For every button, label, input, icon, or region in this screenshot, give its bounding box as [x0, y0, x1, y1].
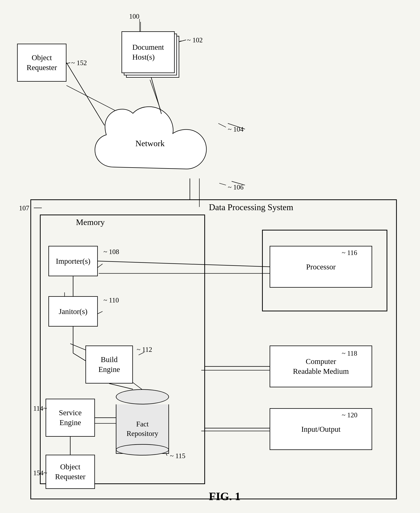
janitors-box: Janitor(s)	[48, 296, 98, 327]
network-cloud: Network	[91, 106, 224, 183]
processor-section-box	[262, 230, 387, 311]
ref-115: ~ 115	[170, 452, 185, 460]
ref-152: ~ 152	[71, 59, 87, 67]
object-requester-top-label: ObjectRequester	[27, 53, 57, 73]
ref-154: 154~	[33, 469, 47, 477]
build-engine-box: BuildEngine	[85, 346, 133, 384]
fact-repository-label: FactRepository	[127, 419, 158, 438]
figure-label: FIG. 1	[209, 490, 240, 503]
svg-line-41	[219, 183, 226, 185]
ref-114: 114~	[33, 404, 47, 412]
service-engine-label: ServiceEngine	[59, 408, 82, 428]
ref-118: ~ 118	[342, 349, 357, 357]
input-output-label: Input/Output	[301, 425, 341, 434]
ref-104: ~ 104	[228, 125, 243, 133]
ref-106: ~ 106	[228, 183, 243, 191]
importers-label: Importer(s)	[56, 257, 90, 266]
importers-box: Importer(s)	[48, 246, 98, 276]
object-requester-bottom-label: ObjectRequester	[55, 462, 85, 482]
data-processing-system-label: Data Processing System	[209, 202, 293, 212]
ref-120: ~ 120	[342, 411, 357, 419]
document-host-label: DocumentHost(s)	[132, 42, 164, 62]
svg-text:Network: Network	[135, 139, 165, 148]
diagram: 100 DocumentHost(s) ~ 102 ObjectRequeste…	[0, 0, 420, 513]
ref-107: 107	[19, 204, 29, 212]
memory-label: Memory	[76, 217, 105, 227]
ref-108: ~ 108	[104, 248, 119, 256]
fact-repository: FactRepository	[116, 389, 169, 454]
computer-readable-medium-label: ComputerReadable Medium	[293, 357, 349, 376]
ref-102: ~ 102	[187, 36, 202, 44]
ref-112: ~ 112	[137, 346, 152, 354]
object-requester-bottom: ObjectRequester	[45, 455, 95, 489]
ref-110: ~ 110	[104, 296, 119, 304]
ref-100: 100	[129, 12, 139, 20]
object-requester-top: ObjectRequester	[17, 44, 67, 82]
janitors-label: Janitor(s)	[59, 307, 87, 316]
service-engine-box: ServiceEngine	[45, 399, 95, 437]
build-engine-label: BuildEngine	[98, 355, 120, 374]
